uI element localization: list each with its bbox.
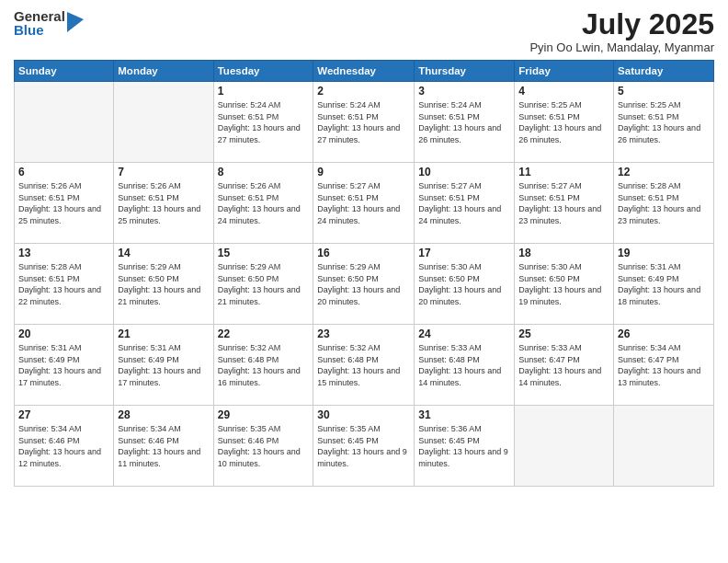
logo-text: General Blue [14, 9, 65, 37]
day-number: 15 [218, 247, 310, 259]
day-number: 25 [518, 327, 609, 340]
col-header-thursday: Thursday [415, 61, 515, 82]
day-number: 11 [518, 166, 609, 178]
day-info: Sunrise: 5:24 AM Sunset: 6:51 PM Dayligh… [317, 99, 410, 145]
day-cell: 4Sunrise: 5:25 AM Sunset: 6:51 PM Daylig… [515, 82, 614, 163]
day-number: 4 [518, 85, 609, 98]
week-row-1: 1Sunrise: 5:24 AM Sunset: 6:51 PM Daylig… [15, 82, 714, 163]
location: Pyin Oo Lwin, Mandalay, Myanmar [529, 40, 714, 54]
day-number: 2 [317, 85, 410, 98]
day-cell: 21Sunrise: 5:31 AM Sunset: 6:49 PM Dayli… [114, 325, 213, 406]
day-number: 10 [418, 166, 510, 178]
col-header-friday: Friday [515, 61, 614, 82]
week-row-5: 27Sunrise: 5:34 AM Sunset: 6:46 PM Dayli… [15, 406, 714, 487]
day-cell: 27Sunrise: 5:34 AM Sunset: 6:46 PM Dayli… [15, 406, 114, 487]
month-title: July 2025 [529, 9, 714, 39]
day-cell: 7Sunrise: 5:26 AM Sunset: 6:51 PM Daylig… [114, 163, 213, 244]
day-cell: 16Sunrise: 5:29 AM Sunset: 6:50 PM Dayli… [313, 244, 415, 325]
day-number: 21 [118, 327, 209, 340]
day-cell [515, 406, 614, 487]
day-cell: 2Sunrise: 5:24 AM Sunset: 6:51 PM Daylig… [313, 82, 415, 163]
day-cell: 15Sunrise: 5:29 AM Sunset: 6:50 PM Dayli… [213, 244, 313, 325]
week-row-4: 20Sunrise: 5:31 AM Sunset: 6:49 PM Dayli… [15, 325, 714, 406]
day-info: Sunrise: 5:32 AM Sunset: 6:48 PM Dayligh… [317, 342, 410, 388]
day-info: Sunrise: 5:31 AM Sunset: 6:49 PM Dayligh… [618, 261, 710, 307]
col-header-saturday: Saturday [614, 61, 714, 82]
day-number: 31 [418, 408, 510, 421]
page: General Blue July 2025 Pyin Oo Lwin, Man… [0, 0, 728, 563]
col-header-monday: Monday [114, 61, 213, 82]
day-info: Sunrise: 5:34 AM Sunset: 6:47 PM Dayligh… [618, 342, 710, 388]
day-info: Sunrise: 5:27 AM Sunset: 6:51 PM Dayligh… [518, 180, 609, 226]
day-info: Sunrise: 5:25 AM Sunset: 6:51 PM Dayligh… [518, 99, 609, 145]
day-number: 12 [618, 166, 710, 178]
day-cell [15, 82, 114, 163]
day-number: 22 [218, 327, 310, 340]
header-row: SundayMondayTuesdayWednesdayThursdayFrid… [15, 61, 714, 82]
day-cell: 14Sunrise: 5:29 AM Sunset: 6:50 PM Dayli… [114, 244, 213, 325]
day-info: Sunrise: 5:36 AM Sunset: 6:45 PM Dayligh… [418, 423, 510, 469]
day-cell: 6Sunrise: 5:26 AM Sunset: 6:51 PM Daylig… [15, 163, 114, 244]
week-row-3: 13Sunrise: 5:28 AM Sunset: 6:51 PM Dayli… [15, 244, 714, 325]
day-cell: 13Sunrise: 5:28 AM Sunset: 6:51 PM Dayli… [15, 244, 114, 325]
day-number: 19 [618, 247, 710, 259]
day-number: 27 [18, 408, 109, 421]
day-cell: 12Sunrise: 5:28 AM Sunset: 6:51 PM Dayli… [614, 163, 714, 244]
day-number: 30 [317, 408, 410, 421]
day-cell: 3Sunrise: 5:24 AM Sunset: 6:51 PM Daylig… [415, 82, 515, 163]
day-info: Sunrise: 5:31 AM Sunset: 6:49 PM Dayligh… [18, 342, 109, 388]
day-cell: 8Sunrise: 5:26 AM Sunset: 6:51 PM Daylig… [213, 163, 313, 244]
day-cell: 29Sunrise: 5:35 AM Sunset: 6:46 PM Dayli… [213, 406, 313, 487]
day-cell: 11Sunrise: 5:27 AM Sunset: 6:51 PM Dayli… [515, 163, 614, 244]
logo: General Blue [14, 9, 84, 37]
day-info: Sunrise: 5:27 AM Sunset: 6:51 PM Dayligh… [418, 180, 510, 226]
day-number: 24 [418, 327, 510, 340]
day-number: 29 [218, 408, 310, 421]
day-info: Sunrise: 5:28 AM Sunset: 6:51 PM Dayligh… [618, 180, 710, 226]
day-number: 28 [118, 408, 209, 421]
day-number: 20 [18, 327, 109, 340]
day-number: 18 [518, 247, 609, 259]
day-info: Sunrise: 5:35 AM Sunset: 6:45 PM Dayligh… [317, 423, 410, 469]
day-info: Sunrise: 5:34 AM Sunset: 6:46 PM Dayligh… [18, 423, 109, 469]
day-cell: 23Sunrise: 5:32 AM Sunset: 6:48 PM Dayli… [313, 325, 415, 406]
day-info: Sunrise: 5:33 AM Sunset: 6:47 PM Dayligh… [518, 342, 609, 388]
day-number: 3 [418, 85, 510, 98]
day-number: 5 [618, 85, 710, 98]
col-header-wednesday: Wednesday [313, 61, 415, 82]
day-info: Sunrise: 5:29 AM Sunset: 6:50 PM Dayligh… [218, 261, 310, 307]
calendar-table: SundayMondayTuesdayWednesdayThursdayFrid… [14, 60, 714, 487]
day-info: Sunrise: 5:25 AM Sunset: 6:51 PM Dayligh… [618, 99, 710, 145]
day-cell: 17Sunrise: 5:30 AM Sunset: 6:50 PM Dayli… [415, 244, 515, 325]
day-cell [614, 406, 714, 487]
day-cell: 10Sunrise: 5:27 AM Sunset: 6:51 PM Dayli… [415, 163, 515, 244]
day-number: 6 [18, 166, 109, 178]
day-info: Sunrise: 5:30 AM Sunset: 6:50 PM Dayligh… [518, 261, 609, 307]
day-info: Sunrise: 5:26 AM Sunset: 6:51 PM Dayligh… [118, 180, 209, 226]
day-cell: 28Sunrise: 5:34 AM Sunset: 6:46 PM Dayli… [114, 406, 213, 487]
header: General Blue July 2025 Pyin Oo Lwin, Man… [14, 9, 714, 54]
day-cell: 1Sunrise: 5:24 AM Sunset: 6:51 PM Daylig… [213, 82, 313, 163]
day-number: 17 [418, 247, 510, 259]
day-info: Sunrise: 5:26 AM Sunset: 6:51 PM Dayligh… [218, 180, 310, 226]
day-info: Sunrise: 5:24 AM Sunset: 6:51 PM Dayligh… [418, 99, 510, 145]
day-cell: 20Sunrise: 5:31 AM Sunset: 6:49 PM Dayli… [15, 325, 114, 406]
svg-marker-0 [67, 12, 84, 32]
day-info: Sunrise: 5:34 AM Sunset: 6:46 PM Dayligh… [118, 423, 209, 469]
day-cell: 9Sunrise: 5:27 AM Sunset: 6:51 PM Daylig… [313, 163, 415, 244]
day-cell: 19Sunrise: 5:31 AM Sunset: 6:49 PM Dayli… [614, 244, 714, 325]
day-info: Sunrise: 5:29 AM Sunset: 6:50 PM Dayligh… [118, 261, 209, 307]
day-info: Sunrise: 5:27 AM Sunset: 6:51 PM Dayligh… [317, 180, 410, 226]
week-row-2: 6Sunrise: 5:26 AM Sunset: 6:51 PM Daylig… [15, 163, 714, 244]
day-number: 7 [118, 166, 209, 178]
day-number: 13 [18, 247, 109, 259]
day-cell: 30Sunrise: 5:35 AM Sunset: 6:45 PM Dayli… [313, 406, 415, 487]
col-header-tuesday: Tuesday [213, 61, 313, 82]
logo-general: General [14, 9, 65, 23]
day-info: Sunrise: 5:31 AM Sunset: 6:49 PM Dayligh… [118, 342, 209, 388]
day-cell: 22Sunrise: 5:32 AM Sunset: 6:48 PM Dayli… [213, 325, 313, 406]
day-cell: 18Sunrise: 5:30 AM Sunset: 6:50 PM Dayli… [515, 244, 614, 325]
day-info: Sunrise: 5:29 AM Sunset: 6:50 PM Dayligh… [317, 261, 410, 307]
day-number: 26 [618, 327, 710, 340]
day-cell: 24Sunrise: 5:33 AM Sunset: 6:48 PM Dayli… [415, 325, 515, 406]
